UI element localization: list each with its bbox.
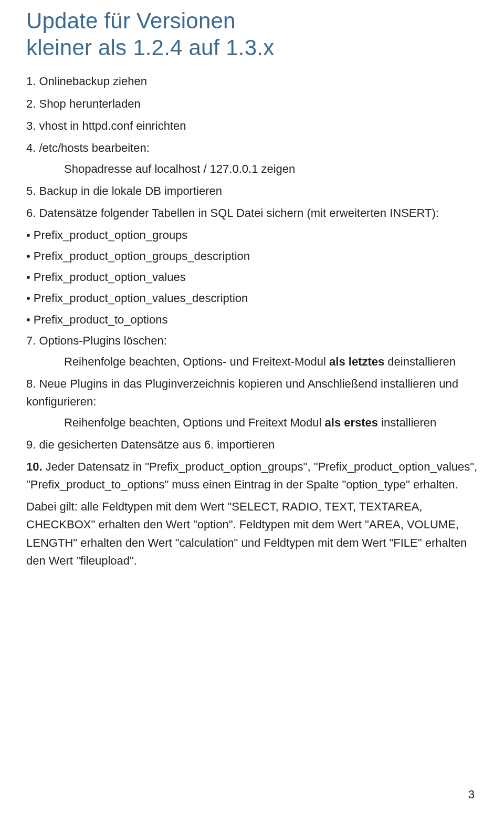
step-7-sub-post: deinstallieren: [384, 355, 456, 368]
title-line-1: Update für Versionen: [26, 8, 236, 33]
list-item: Prefix_product_option_groups: [26, 226, 478, 244]
page-number: 3: [468, 788, 475, 801]
step-6-bullets: Prefix_product_option_groups Prefix_prod…: [26, 226, 478, 328]
step-1: 1. Onlinebackup ziehen: [26, 72, 478, 90]
step-4-sub: Shopadresse auf localhost / 127.0.0.1 ze…: [26, 160, 478, 178]
step-3: 3. vhost in httpd.conf einrichten: [26, 117, 478, 135]
list-item: Prefix_product_option_values_description: [26, 289, 478, 307]
list-item: Prefix_product_to_options: [26, 311, 478, 329]
step-7: 7. Options-Plugins löschen: Reihenfolge …: [26, 332, 478, 371]
step-10-num: 10.: [26, 460, 43, 473]
step-8-text: 8. Neue Plugins in das Pluginverzeichnis…: [26, 377, 458, 408]
step-10: 10. Jeder Datensatz in "Prefix_product_o…: [26, 458, 478, 494]
step-8: 8. Neue Plugins in das Pluginverzeichnis…: [26, 375, 478, 432]
step-7-sub-bold: als letztes: [329, 355, 384, 368]
step-5: 5. Backup in die lokale DB importieren: [26, 182, 478, 200]
steps-list: 1. Onlinebackup ziehen 2. Shop herunterl…: [26, 72, 478, 569]
step-10-text: Jeder Datensatz in "Prefix_product_optio…: [26, 460, 477, 491]
step-4-text: 4. /etc/hosts bearbeiten:: [26, 141, 150, 154]
step-4: 4. /etc/hosts bearbeiten: Shopadresse au…: [26, 139, 478, 178]
step-8-sub-pre: Reihenfolge beachten, Options und Freite…: [64, 416, 325, 429]
step-7-text: 7. Options-Plugins löschen:: [26, 334, 167, 347]
step-8-sub-bold: als erstes: [325, 416, 379, 429]
page-title: Update für Versionen kleiner als 1.2.4 a…: [26, 7, 478, 61]
list-item: Prefix_product_option_groups_description: [26, 247, 478, 265]
step-9: 9. die gesicherten Datensätze aus 6. imp…: [26, 436, 478, 454]
step-7-sub: Reihenfolge beachten, Options- und Freit…: [26, 353, 478, 371]
list-item: Prefix_product_option_values: [26, 268, 478, 286]
title-line-2: kleiner als 1.2.4 auf 1.3.x: [26, 35, 274, 60]
step-8-sub-post: installieren: [378, 416, 436, 429]
step-8-sub: Reihenfolge beachten, Options und Freite…: [26, 414, 478, 432]
step-6: 6. Datensätze folgender Tabellen in SQL …: [26, 204, 478, 222]
closing-paragraph: Dabei gilt: alle Feldtypen mit dem Wert …: [26, 498, 478, 569]
step-2: 2. Shop herunterladen: [26, 95, 478, 113]
step-7-sub-pre: Reihenfolge beachten, Options- und Freit…: [64, 355, 329, 368]
